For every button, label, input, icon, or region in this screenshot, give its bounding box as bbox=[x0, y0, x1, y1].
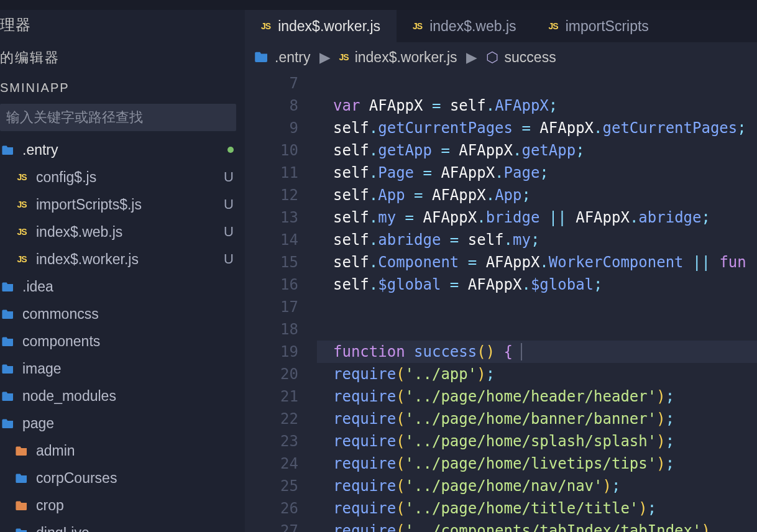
symbol-icon: ⬡ bbox=[486, 49, 498, 66]
tab-label: index$.worker.js bbox=[278, 18, 380, 35]
code-line[interactable] bbox=[317, 318, 757, 341]
line-number: 23 bbox=[245, 430, 298, 452]
tree-item-label: commoncss bbox=[22, 306, 234, 323]
folder-corpCourses[interactable]: corpCourses bbox=[0, 464, 245, 492]
folder-icon bbox=[0, 391, 16, 401]
line-number: 18 bbox=[245, 318, 298, 341]
tab-index-web-js[interactable]: JSindex$.web.js bbox=[397, 10, 532, 42]
js-file-icon: JS bbox=[261, 21, 270, 31]
tree-item-label: image bbox=[22, 360, 234, 377]
tree-item-label: node_modules bbox=[22, 388, 234, 405]
breadcrumb-label: index$.worker.js bbox=[355, 49, 457, 66]
file-index-worker-js[interactable]: JSindex$.worker.jsU bbox=[0, 245, 245, 273]
tree-item-label: crop bbox=[36, 497, 234, 514]
file-tree[interactable]: .entryJSconfig$.jsUJSimportScripts$.jsUJ… bbox=[0, 136, 245, 532]
code-line[interactable]: require('../components/tabIndex/tabIndex… bbox=[317, 520, 757, 532]
line-number: 17 bbox=[245, 296, 298, 318]
code-line[interactable]: require('../app'); bbox=[317, 363, 757, 385]
code-line[interactable]: require('../page/home/splash/splash'); bbox=[317, 430, 757, 452]
line-number: 26 bbox=[245, 497, 298, 520]
code-line[interactable]: self.Component = AFAppX.WorkerComponent … bbox=[317, 251, 757, 273]
breadcrumb-item[interactable]: ⬡success bbox=[486, 49, 556, 66]
folder-image[interactable]: image bbox=[0, 355, 245, 382]
code-area[interactable]: 789101112131415161718192021222324252627 … bbox=[245, 72, 757, 532]
code-line[interactable] bbox=[317, 296, 757, 318]
code-line[interactable]: self.Page = AFAppX.Page; bbox=[317, 162, 757, 184]
window-titlebar bbox=[0, 0, 757, 10]
folder-node-modules[interactable]: node_modules bbox=[0, 382, 245, 410]
panel-editors-title[interactable]: 的编辑器 bbox=[0, 44, 245, 76]
folder--idea[interactable]: .idea bbox=[0, 273, 245, 300]
tab-index-worker-js[interactable]: JSindex$.worker.js bbox=[245, 10, 397, 42]
js-file-icon: JS bbox=[339, 52, 349, 62]
git-status-badge: U bbox=[218, 251, 234, 267]
folder-dingLive[interactable]: dingLive bbox=[0, 519, 245, 532]
folder-icon bbox=[14, 500, 30, 510]
breadcrumb[interactable]: .entry▶JSindex$.worker.js▶⬡success bbox=[245, 42, 757, 72]
code-line[interactable]: self.$global = AFAppX.$global; bbox=[317, 273, 757, 296]
code-line[interactable]: self.getApp = AFAppX.getApp; bbox=[317, 139, 757, 162]
code-line[interactable]: require('../page/home/livetips/tips'); bbox=[317, 452, 757, 475]
folder-commoncss[interactable]: commoncss bbox=[0, 300, 245, 328]
code-content[interactable]: var AFAppX = self.AFAppX;self.getCurrent… bbox=[317, 72, 757, 532]
tab-label: index$.web.js bbox=[429, 18, 516, 35]
line-number: 25 bbox=[245, 475, 298, 497]
line-number: 12 bbox=[245, 184, 298, 206]
file-index-web-js[interactable]: JSindex$.web.jsU bbox=[0, 218, 245, 245]
breadcrumb-item[interactable]: .entry bbox=[255, 49, 311, 66]
line-gutter: 789101112131415161718192021222324252627 bbox=[245, 72, 317, 532]
folder-admin[interactable]: admin bbox=[0, 437, 245, 464]
tree-item-label: importScripts$.js bbox=[36, 196, 218, 213]
git-status-badge: U bbox=[218, 196, 234, 213]
breadcrumb-label: success bbox=[505, 49, 556, 66]
code-line[interactable]: require('../page/home/header/header'); bbox=[317, 385, 757, 408]
tab-bar[interactable]: JSindex$.worker.jsJSindex$.web.jsJSimpor… bbox=[245, 10, 757, 42]
folder-icon bbox=[255, 49, 268, 66]
line-number: 15 bbox=[245, 251, 298, 273]
code-line[interactable] bbox=[317, 72, 757, 94]
line-number: 8 bbox=[245, 94, 298, 117]
panel-project-title[interactable]: SMINIAPP bbox=[0, 76, 245, 104]
folder-page[interactable]: page bbox=[0, 410, 245, 437]
code-line[interactable]: self.abridge = self.my; bbox=[317, 229, 757, 251]
editor-pane: JSindex$.worker.jsJSindex$.web.jsJSimpor… bbox=[245, 10, 757, 532]
line-number: 21 bbox=[245, 385, 298, 408]
tree-item-label: config$.js bbox=[36, 169, 218, 186]
code-line[interactable]: require('../page/home/title/title'); bbox=[317, 497, 757, 520]
code-line[interactable]: function success() { bbox=[317, 341, 757, 363]
js-file-icon: JS bbox=[14, 254, 30, 264]
file-config-js[interactable]: JSconfig$.jsU bbox=[0, 163, 245, 191]
code-line[interactable]: self.App = AFAppX.App; bbox=[317, 184, 757, 206]
line-number: 24 bbox=[245, 452, 298, 475]
line-number: 20 bbox=[245, 363, 298, 385]
folder-icon bbox=[0, 309, 16, 319]
sidebar: 理器 的编辑器 SMINIAPP .entryJSconfig$.jsUJSim… bbox=[0, 10, 245, 532]
tree-item-label: dingLive bbox=[36, 525, 234, 533]
file-importScripts-js[interactable]: JSimportScripts$.jsU bbox=[0, 191, 245, 218]
folder-components[interactable]: components bbox=[0, 328, 245, 355]
search-input[interactable] bbox=[0, 104, 236, 131]
folder--entry[interactable]: .entry bbox=[0, 136, 245, 163]
chevron-right-icon: ▶ bbox=[319, 49, 331, 66]
line-number: 7 bbox=[245, 72, 298, 94]
code-line[interactable]: require('../page/home/banner/banner'); bbox=[317, 408, 757, 430]
js-file-icon: JS bbox=[14, 227, 30, 237]
line-number: 9 bbox=[245, 117, 298, 139]
tree-item-label: index$.worker.js bbox=[36, 251, 218, 268]
tab-importScripts[interactable]: JSimportScripts bbox=[533, 10, 665, 42]
line-number: 16 bbox=[245, 273, 298, 296]
code-line[interactable]: require('../page/home/nav/nav'); bbox=[317, 475, 757, 497]
breadcrumb-label: .entry bbox=[275, 49, 311, 66]
breadcrumb-item[interactable]: JSindex$.worker.js bbox=[339, 49, 457, 66]
folder-crop[interactable]: crop bbox=[0, 492, 245, 519]
js-file-icon: JS bbox=[413, 21, 422, 31]
line-number: 14 bbox=[245, 229, 298, 251]
git-status-badge: U bbox=[218, 169, 234, 185]
folder-icon bbox=[14, 473, 30, 483]
line-number: 27 bbox=[245, 520, 298, 532]
tree-item-label: components bbox=[22, 333, 234, 350]
code-line[interactable]: var AFAppX = self.AFAppX; bbox=[317, 94, 757, 117]
line-number: 19 bbox=[245, 341, 298, 363]
code-line[interactable]: self.getCurrentPages = AFAppX.getCurrent… bbox=[317, 117, 757, 139]
code-line[interactable]: self.my = AFAppX.bridge || AFAppX.abridg… bbox=[317, 206, 757, 229]
